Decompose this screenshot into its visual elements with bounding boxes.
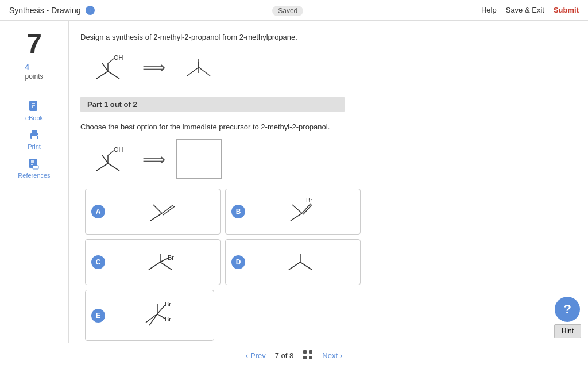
next-label: Next	[322, 351, 338, 360]
svg-rect-56	[309, 356, 312, 359]
option-b-content: Br	[250, 193, 354, 231]
svg-line-25	[96, 163, 108, 171]
references-button[interactable]: References	[16, 155, 52, 181]
option-d-label: D	[231, 255, 245, 269]
svg-line-35	[303, 205, 312, 214]
ebook-button[interactable]: eBook	[23, 97, 45, 124]
precursor-reactant: OH	[86, 139, 132, 179]
svg-text:OH: OH	[114, 54, 123, 61]
svg-rect-53	[303, 350, 307, 354]
question-mark-icon: ?	[564, 302, 571, 317]
svg-rect-54	[309, 350, 312, 354]
svg-line-28	[102, 155, 108, 163]
hint-area: ? Hint	[554, 297, 581, 338]
svg-rect-55	[303, 356, 307, 359]
svg-line-36	[291, 213, 302, 221]
topbar-right: Help Save & Exit Submit	[481, 6, 579, 14]
option-d-molecule	[276, 244, 328, 281]
precursor-row: OH ⟹	[86, 139, 577, 179]
svg-line-44	[300, 262, 312, 270]
option-c-label: C	[91, 255, 105, 269]
option-e-content: Br Br	[110, 294, 208, 337]
page-of: of	[281, 351, 289, 360]
main-layout: 7 4 points eBook Print	[0, 21, 588, 343]
svg-line-17	[108, 59, 114, 63]
ebook-icon	[27, 99, 41, 113]
svg-line-49	[157, 314, 165, 319]
hint-button[interactable]: Hint	[554, 324, 581, 338]
page-current: 7	[275, 351, 279, 360]
page-info: 7 of 8	[275, 351, 294, 360]
print-label: Print	[28, 143, 41, 150]
part-label: Part 1 out of 2	[80, 97, 345, 112]
points-section: 4 points	[25, 62, 43, 80]
save-exit-link[interactable]: Save & Exit	[506, 6, 544, 14]
print-button[interactable]: Print	[25, 126, 44, 152]
info-icon[interactable]: i	[86, 6, 95, 15]
svg-point-7	[37, 135, 38, 136]
option-a-label: A	[91, 205, 105, 218]
option-b[interactable]: B Br	[225, 189, 361, 235]
hint-icon-button[interactable]: ?	[555, 297, 580, 322]
svg-line-27	[108, 151, 114, 155]
option-b-label: B	[231, 205, 245, 218]
content-area: Design a synthesis of 2-methyl-2-propano…	[69, 21, 588, 343]
prev-label: Prev	[250, 351, 266, 360]
svg-text:OH: OH	[114, 146, 123, 153]
option-d-content	[250, 244, 354, 281]
top-divider	[80, 28, 577, 28]
question-text: Choose the best option for the immediate…	[80, 122, 577, 131]
saved-badge: Saved	[272, 6, 303, 16]
points-label: points	[25, 72, 43, 80]
svg-text:Br: Br	[168, 254, 174, 261]
option-a[interactable]: A	[85, 189, 220, 235]
bottom-bar: ‹ Prev 7 of 8 Next ›	[0, 343, 588, 368]
svg-line-40	[149, 262, 160, 270]
option-d[interactable]: D	[225, 239, 361, 285]
svg-line-32	[153, 205, 162, 213]
help-link[interactable]: Help	[481, 6, 497, 14]
prev-chevron-icon: ‹	[246, 351, 248, 360]
grid-icon[interactable]	[303, 350, 313, 362]
svg-text:Br: Br	[165, 301, 171, 308]
option-c-molecule: Br	[136, 244, 188, 281]
prev-button[interactable]: ‹ Prev	[246, 351, 266, 360]
option-a-content	[110, 193, 214, 231]
option-c-content: Br	[110, 244, 214, 281]
reaction-arrow: ⟹	[142, 58, 165, 77]
svg-line-21	[199, 67, 210, 76]
submit-button[interactable]: Submit	[554, 6, 579, 14]
svg-line-34	[302, 204, 311, 213]
options-grid: A B Br	[85, 189, 361, 285]
instruction-text: Design a synthesis of 2-methyl-2-propano…	[80, 33, 577, 41]
svg-rect-12	[33, 166, 38, 169]
svg-line-52	[149, 314, 157, 325]
svg-line-41	[160, 262, 172, 270]
precursor-arrow: ⟹	[142, 150, 165, 169]
main-reaction: OH ⟹	[86, 47, 577, 87]
option-e-molecule: Br Br	[133, 294, 185, 337]
grid-view-icon	[303, 350, 313, 360]
next-button[interactable]: Next ›	[322, 351, 342, 360]
topbar-left: Synthesis - Drawing i	[9, 6, 95, 15]
svg-text:Br: Br	[306, 197, 312, 204]
svg-rect-6	[32, 136, 37, 139]
svg-line-15	[96, 71, 108, 79]
references-icon	[27, 157, 41, 171]
topbar: Synthesis - Drawing i Saved Help Save & …	[0, 0, 588, 21]
svg-rect-0	[29, 101, 37, 111]
option-e-container: E Br Br	[85, 290, 214, 341]
svg-line-43	[289, 262, 300, 270]
option-c[interactable]: C Br	[85, 239, 220, 285]
ebook-label: eBook	[25, 114, 43, 121]
svg-line-48	[157, 305, 165, 314]
option-e[interactable]: E Br Br	[85, 290, 214, 341]
reactant-molecule: OH	[86, 47, 132, 87]
svg-line-37	[292, 205, 302, 213]
svg-rect-5	[32, 130, 37, 133]
svg-line-39	[160, 258, 168, 262]
product-molecule	[176, 47, 222, 87]
option-b-molecule: Br	[276, 193, 328, 231]
svg-line-20	[187, 67, 199, 76]
svg-line-18	[102, 63, 108, 71]
